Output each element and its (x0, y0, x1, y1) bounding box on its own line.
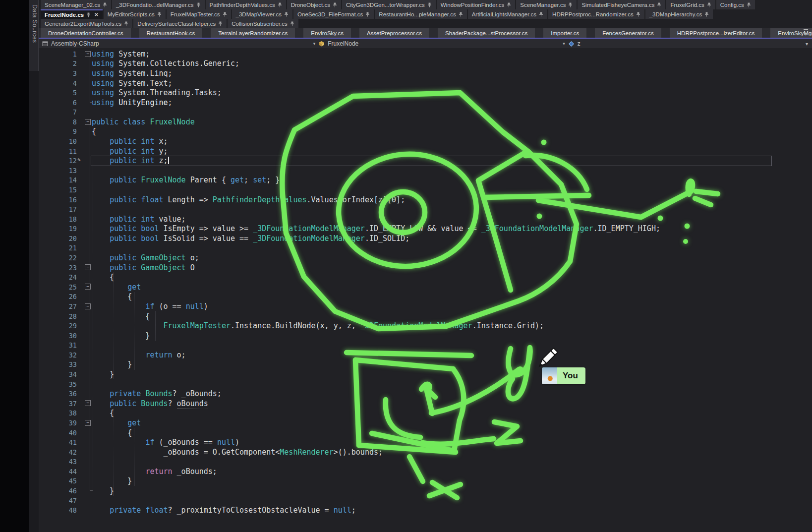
code-line[interactable]: 48 private float? _proximityToClosestObs… (39, 505, 812, 515)
chevron-down-icon[interactable]: ▾ (313, 41, 316, 46)
code-line[interactable]: 21 (39, 243, 812, 253)
tab-SimulatedFisheyeCamera.cs[interactable]: SimulatedFisheyeCamera.cs (578, 0, 665, 9)
code-line[interactable]: 1−using System; (39, 49, 812, 59)
fold-collapse-icon[interactable]: − (85, 400, 91, 406)
code-line[interactable]: 10 public int x; (39, 136, 812, 146)
tab-HDRPPostproc...Randomizer.cs[interactable]: HDRPPostproc...Randomizer.cs (548, 9, 644, 19)
code-line[interactable]: 26 { (39, 292, 812, 302)
code-line[interactable]: 41 if (_oBounds == null) (39, 437, 812, 447)
tab-FruxelMapTester.cs[interactable]: FruxelMapTester.cs (167, 9, 231, 19)
pin-icon[interactable] (157, 12, 162, 17)
code-line[interactable]: 22 public GameObject o; (39, 253, 812, 263)
pin-icon[interactable] (747, 2, 751, 7)
tab-FruxelGrid.cs[interactable]: FruxelGrid.cs (666, 0, 715, 9)
tab-overflow-button[interactable]: ▾ (804, 29, 808, 38)
pin-icon[interactable] (707, 2, 711, 7)
code-line[interactable]: 39− get (39, 418, 812, 428)
code-line[interactable]: 3using System.Linq; (39, 68, 812, 78)
pin-icon[interactable] (704, 12, 709, 17)
tab-HDRPPostproce...izerEditor.cs[interactable]: HDRPPostproce...izerEditor.cs (670, 28, 762, 38)
close-icon[interactable]: ✕ (94, 12, 98, 17)
code-line[interactable]: 8−public class FruxelNode (39, 117, 812, 127)
pin-icon[interactable] (333, 2, 337, 7)
pin-icon[interactable] (365, 12, 370, 17)
pin-icon[interactable] (507, 2, 511, 7)
pin-icon[interactable] (278, 2, 282, 7)
tab-SceneManager_02.cs[interactable]: SceneManager_02.cs (41, 0, 111, 9)
breadcrumb-member[interactable]: z (578, 40, 580, 47)
code-line[interactable]: 19 public bool IsEmpty => value >= _3DFo… (39, 224, 812, 234)
code-line[interactable]: 46 } (39, 486, 812, 496)
tab-CityGen3DGen...torWrapper.cs[interactable]: CityGen3DGen...torWrapper.cs (342, 0, 436, 9)
code-line[interactable]: 42 _oBounds = O.GetComponent<MeshRendere… (39, 447, 812, 457)
code-line[interactable]: 5using System.Threading.Tasks; (39, 88, 812, 98)
tab-DeliverySurfaceClassHelper.cs[interactable]: DeliverySurfaceClassHelper.cs (133, 19, 227, 28)
pin-icon[interactable] (103, 2, 107, 7)
code-line[interactable]: 36 private Bounds? _oBounds; (39, 389, 812, 399)
tab-SceneManager.cs[interactable]: SceneManager.cs (516, 0, 577, 9)
tab-_3DMapHierarchy.cs[interactable]: _3DMapHierarchy.cs (645, 9, 713, 19)
tab-FruxelNode.cs[interactable]: FruxelNode.cs✕ (41, 9, 103, 19)
code-line[interactable]: 40 { (39, 428, 812, 438)
pin-icon[interactable] (636, 12, 640, 17)
tab-EnviroSky.cs[interactable]: EnviroSky.cs (303, 28, 351, 38)
pin-icon[interactable] (290, 21, 294, 26)
pin-icon[interactable] (568, 2, 573, 7)
breadcrumb-project[interactable]: Assembly-CSharp (51, 40, 99, 47)
code-line[interactable]: 16 public float Length => PathfinderDept… (39, 195, 812, 205)
code-line[interactable]: 13 (39, 166, 812, 176)
tab-PathfinderDepthValues.cs[interactable]: PathfinderDepthValues.cs (206, 0, 286, 9)
code-line[interactable]: 23− public GameObject O (39, 263, 812, 273)
pin-icon[interactable] (196, 2, 201, 7)
fold-collapse-icon[interactable]: − (85, 51, 91, 57)
code-line[interactable]: 29 FruxelMapTester.Instance.BuildNode(x,… (39, 321, 812, 331)
tab-RestaurantHo...pleManager.cs[interactable]: RestaurantHo...pleManager.cs (375, 9, 466, 19)
code-line[interactable]: 35 (39, 379, 812, 389)
fold-collapse-icon[interactable]: − (85, 264, 91, 270)
code-line[interactable]: 2using System.Collections.Generic; (39, 59, 812, 69)
fold-collapse-icon[interactable]: − (85, 420, 91, 426)
code-line[interactable]: 27− if (o == null) (39, 301, 812, 311)
code-line[interactable]: 6using UnityEngine; (39, 98, 812, 108)
tab-RestaurantHook.cs[interactable]: RestaurantHook.cs (139, 28, 203, 38)
fold-collapse-icon[interactable]: − (85, 119, 91, 125)
code-line[interactable]: 4using System.Text; (39, 78, 812, 88)
code-line[interactable]: 30 } (39, 331, 812, 341)
code-line[interactable]: 20 public bool IsSolid => value == _3DFo… (39, 234, 812, 243)
tab-CollisionSubscriber.cs[interactable]: CollisionSubscriber.cs (228, 19, 298, 28)
pin-icon[interactable] (86, 12, 91, 17)
tab-Config.cs[interactable]: Config.cs (716, 0, 755, 9)
pin-icon[interactable] (124, 21, 128, 26)
tab-MyEditorScripts.cs[interactable]: MyEditorScripts.cs (104, 9, 166, 19)
code-line[interactable]: 15 (39, 185, 812, 195)
code-line[interactable]: 32 return o; (39, 350, 812, 360)
tab-DroneOrientationController.cs[interactable]: DroneOrientationController.cs (41, 28, 131, 38)
code-line[interactable]: 37− public Bounds? oBounds (39, 399, 812, 409)
pin-icon[interactable] (284, 12, 289, 17)
pin-icon[interactable] (223, 12, 227, 17)
pin-icon[interactable] (427, 2, 432, 7)
fold-collapse-icon[interactable]: − (85, 303, 91, 309)
code-line[interactable]: 14 public FruxelNode Parent { get; set; … (39, 176, 812, 185)
data-sources-panel-tab[interactable]: Data Sources (29, 0, 39, 71)
tab-TerrainLayerRandomizer.cs[interactable]: TerrainLayerRandomizer.cs (211, 28, 295, 38)
pin-icon[interactable] (539, 12, 543, 17)
code-line[interactable]: 38 { (39, 409, 812, 418)
pin-icon[interactable] (218, 21, 223, 26)
code-line[interactable]: 9{ (39, 127, 812, 137)
code-line[interactable]: 34 } (39, 369, 812, 379)
chevron-down-icon[interactable]: ▾ (563, 41, 565, 46)
pin-icon[interactable] (459, 12, 463, 17)
code-line[interactable]: 44 return _oBounds; (39, 467, 812, 476)
code-line[interactable]: 43 (39, 457, 812, 467)
tab-Importer.cs[interactable]: Importer.cs (543, 28, 586, 38)
tab-WindowPositionFinder.cs[interactable]: WindowPositionFinder.cs (437, 0, 515, 9)
code-editor[interactable]: 1−using System;2using System.Collections… (39, 48, 812, 532)
tab-_3DFoundatio...delManager.cs[interactable]: _3DFoundatio...delManager.cs (112, 0, 205, 9)
breadcrumb-overflow-button[interactable]: ▾ (806, 41, 808, 48)
tab-OneSec3D_FileFormat.cs[interactable]: OneSec3D_FileFormat.cs (293, 9, 374, 19)
tab-FencesGenerator.cs[interactable]: FencesGenerator.cs (595, 28, 661, 38)
fold-collapse-icon[interactable]: − (85, 284, 91, 290)
tab-ShaderPackage...stProcessor.cs[interactable]: ShaderPackage...stProcessor.cs (438, 28, 535, 38)
code-line[interactable]: 7 (39, 107, 812, 117)
